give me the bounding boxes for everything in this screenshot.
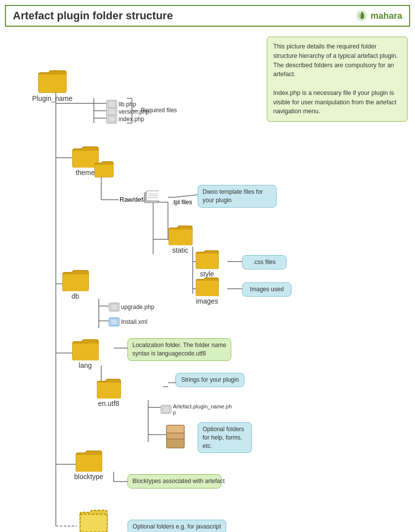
diagram-area: This picture details the required folder… bbox=[0, 27, 415, 532]
folder-lang: lang bbox=[72, 338, 99, 369]
file-icon-artefact bbox=[161, 405, 171, 414]
folder-icon-images bbox=[195, 276, 219, 296]
folder-icon-lang bbox=[72, 338, 99, 360]
callout-blocktypes: Blocktypes associated with artefact bbox=[127, 474, 221, 488]
file-label-install: Install.xml bbox=[121, 318, 147, 325]
file-icon-install bbox=[109, 317, 120, 326]
folder-style: style bbox=[195, 249, 219, 278]
blocktype-label: blocktype bbox=[74, 473, 103, 481]
required-files-label: Required files bbox=[141, 107, 177, 114]
file-install-xml: Install.xml bbox=[109, 317, 147, 326]
file-icon-upgrade bbox=[109, 303, 120, 311]
lang-label: lang bbox=[79, 361, 91, 369]
folder-optional: Optional folders bbox=[69, 509, 118, 532]
callout-images-used-text: Images used bbox=[250, 286, 284, 293]
folder-en-utf8: en.utf8 bbox=[96, 378, 121, 407]
callout-images-used: Images used bbox=[242, 282, 291, 297]
callout-optional-js: Optional folders e.g. for javascript bbox=[127, 520, 226, 532]
file-upgrade-php: upgrade.php bbox=[109, 303, 154, 311]
callout-strings: Strings for your plugin bbox=[175, 373, 245, 387]
svg-line-38 bbox=[174, 195, 198, 197]
static-label: static bbox=[172, 246, 189, 254]
plugin-name-label: Plugin_name bbox=[32, 94, 73, 102]
callout-css: .css files bbox=[242, 255, 287, 269]
file-label-index: index.php bbox=[119, 116, 144, 123]
file-label-lib: lib.php bbox=[119, 101, 136, 108]
optional-folders-stack bbox=[166, 422, 185, 449]
callout-css-text: .css files bbox=[253, 259, 276, 266]
template-icon-svg bbox=[143, 190, 159, 205]
folder-icon-plugin bbox=[38, 69, 67, 93]
folder-icon-en-utf8 bbox=[96, 378, 121, 399]
folder-icon-theme-sub bbox=[94, 160, 114, 177]
folder-icon-optional bbox=[79, 509, 108, 532]
folder-plugin-name: Plugin_name bbox=[32, 69, 73, 102]
tpl-files-label: .tpl files bbox=[172, 199, 192, 206]
folder-blocktype: blocktype bbox=[74, 449, 103, 481]
callout-dwoo-text: Dwoo template files for your plugin bbox=[203, 188, 263, 204]
folder-icon-style bbox=[195, 249, 219, 269]
folder-images: images bbox=[195, 276, 219, 305]
db-label: db bbox=[72, 292, 80, 300]
template-stack-icon bbox=[143, 190, 159, 205]
mahara-logo-text: mahara bbox=[371, 11, 402, 21]
folder-icon-static bbox=[168, 224, 193, 245]
mahara-leaf-icon bbox=[355, 9, 369, 23]
info-text: This picture details the required folder… bbox=[273, 43, 398, 115]
page-header: Artefact plugin folder structure mahara bbox=[5, 5, 410, 27]
callout-optional-folders: Optional folders for help, forms, etc. bbox=[198, 422, 252, 453]
images-label: images bbox=[196, 297, 218, 305]
page-title: Artefact plugin folder structure bbox=[13, 9, 173, 22]
folder-icon-blocktype bbox=[75, 449, 102, 472]
callout-strings-text: Strings for your plugin bbox=[181, 376, 239, 383]
optional-stack-svg bbox=[166, 422, 185, 449]
folder-icon-db bbox=[62, 269, 89, 291]
info-box: This picture details the required folder… bbox=[267, 37, 408, 122]
file-artefact-php: Artefact.plugin_name.ph p bbox=[161, 403, 212, 415]
callout-optional-js-text: Optional folders e.g. for javascript bbox=[133, 523, 221, 530]
folder-theme-sub bbox=[94, 160, 114, 177]
callout-dwoo: Dwoo template files for your plugin bbox=[198, 185, 277, 208]
theme-label: theme bbox=[76, 169, 95, 177]
callout-blocktypes-text: Blocktypes associated with artefact bbox=[132, 478, 225, 485]
file-label-artefact: Artefact.plugin_name.ph p bbox=[173, 403, 212, 415]
svg-rect-52 bbox=[166, 425, 184, 433]
en-utf8-label: en.utf8 bbox=[98, 399, 120, 407]
folder-db: db bbox=[62, 269, 89, 300]
callout-localization-text: Localization folder. The folder name syn… bbox=[132, 342, 226, 357]
file-index-php: index.php bbox=[106, 115, 144, 124]
callout-optional-folders-text: Optional folders for help, forms, etc. bbox=[203, 426, 244, 449]
file-label-upgrade: upgrade.php bbox=[121, 304, 154, 310]
folder-static: static bbox=[168, 224, 193, 254]
file-icon-index bbox=[106, 115, 117, 124]
callout-localization: Localization folder. The folder name syn… bbox=[127, 338, 231, 361]
mahara-logo: mahara bbox=[355, 9, 402, 23]
